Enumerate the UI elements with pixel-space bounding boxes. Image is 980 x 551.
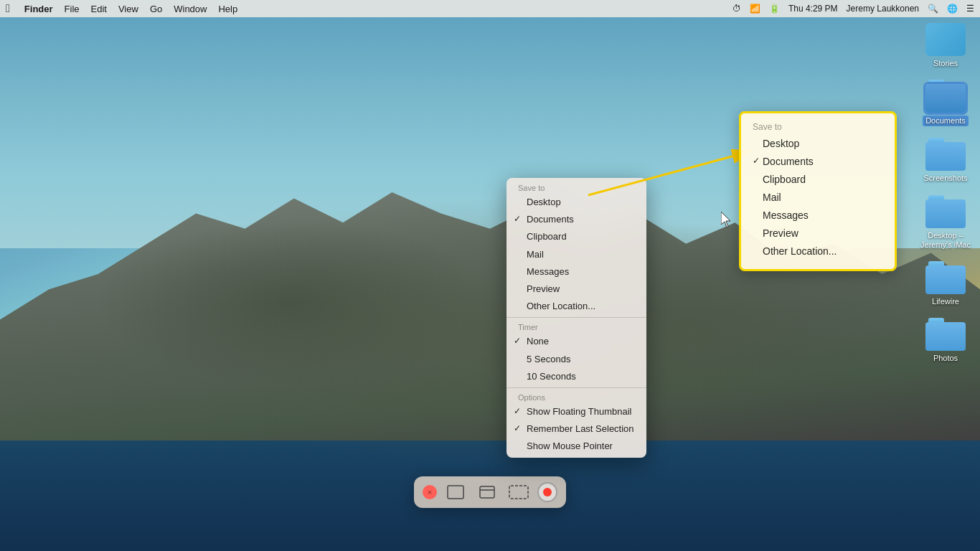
menu-separator-1 xyxy=(507,317,646,318)
menu-item-other-location[interactable]: Other Location... xyxy=(507,298,646,315)
screenshots-folder-icon xyxy=(925,138,966,171)
callout-save-to-label: Save to xyxy=(753,122,883,132)
svg-rect-3 xyxy=(509,486,528,499)
desktop-icon-desktop[interactable]: Desktop –Jeremy's iMac xyxy=(917,195,974,250)
menubar-left:  Finder File Edit View Go Window Help xyxy=(6,2,237,15)
wifi-icon[interactable]: 📶 xyxy=(750,4,760,14)
timer-section-label: Timer xyxy=(507,320,646,333)
menubar-right: ⏱ 📶 🔋 Thu 4:29 PM Jeremy Laukkonen 🔍 🌐 ☰ xyxy=(732,4,974,14)
menu-separator-2 xyxy=(507,387,646,388)
svg-rect-0 xyxy=(448,486,463,499)
selection-capture-button[interactable] xyxy=(506,482,532,502)
menu-item-none[interactable]: None xyxy=(507,333,646,350)
screenshots-label: Screenshots xyxy=(923,174,967,183)
desktop-icon-documents[interactable]: Documents xyxy=(917,80,974,126)
callout-item-other-location: Other Location... xyxy=(753,242,883,260)
spotlight-icon[interactable]: 🔍 xyxy=(928,4,938,14)
menubar-finder[interactable]: Finder xyxy=(24,4,53,14)
window-icon xyxy=(479,485,496,499)
fullscreen-capture-button[interactable] xyxy=(443,482,468,502)
options-section-label: Options xyxy=(507,390,646,403)
desktop-icon-screenshots[interactable]: Screenshots xyxy=(917,138,974,183)
menubar-window[interactable]: Window xyxy=(174,4,207,14)
desktop-folder-icon xyxy=(925,195,966,228)
menubar-file[interactable]: File xyxy=(65,4,80,14)
fullscreen-icon xyxy=(447,485,464,499)
battery-icon[interactable]: 🔋 xyxy=(769,4,780,14)
stories-icon xyxy=(925,23,966,56)
siri-icon[interactable]: 🌐 xyxy=(947,4,958,14)
menu-item-5sec[interactable]: 5 Seconds xyxy=(507,351,646,368)
desktop-icons-area: Stories Documents Screenshots Desktop xyxy=(917,23,974,363)
menu-item-show-pointer[interactable]: Show Mouse Pointer xyxy=(507,438,646,455)
menu-item-10sec[interactable]: 10 Seconds xyxy=(507,368,646,385)
menubar-edit[interactable]: Edit xyxy=(91,4,107,14)
menu-item-clipboard[interactable]: Clipboard xyxy=(507,228,646,245)
menubar-help[interactable]: Help xyxy=(218,4,237,14)
desktop:  Finder File Edit View Go Window Help ⏱… xyxy=(0,0,980,551)
menu-item-messages[interactable]: Messages xyxy=(507,263,646,281)
desktop-label: Desktop –Jeremy's iMac xyxy=(920,231,971,250)
desktop-icon-photos[interactable]: Photos xyxy=(917,318,974,363)
menubar:  Finder File Edit View Go Window Help ⏱… xyxy=(0,0,980,17)
record-button[interactable] xyxy=(537,482,557,502)
toolbar-close-button[interactable]: × xyxy=(423,485,437,499)
mountain-overlay xyxy=(0,0,980,551)
desktop-icon-stories[interactable]: Stories xyxy=(917,23,974,68)
photos-folder-icon xyxy=(925,318,966,351)
screenshot-dropdown-menu: Save to Desktop Documents Clipboard Mail… xyxy=(507,178,646,458)
callout-item-documents: Documents xyxy=(753,153,883,171)
time-machine-icon: ⏱ xyxy=(732,4,741,14)
menubar-go[interactable]: Go xyxy=(150,4,162,14)
clock: Thu 4:29 PM xyxy=(788,4,838,14)
record-dot-icon xyxy=(543,488,552,496)
lifewire-folder-icon xyxy=(925,261,966,294)
notification-icon[interactable]: ☰ xyxy=(966,4,974,14)
documents-folder-icon xyxy=(925,80,966,113)
save-to-section-label: Save to xyxy=(507,181,646,194)
callout-item-preview: Preview xyxy=(753,225,883,242)
window-capture-button[interactable] xyxy=(474,482,500,502)
callout-item-clipboard: Clipboard xyxy=(753,171,883,189)
menu-item-show-thumbnail[interactable]: Show Floating Thumbnail xyxy=(507,403,646,420)
svg-rect-1 xyxy=(480,486,494,498)
callout-item-desktop: Desktop xyxy=(753,135,883,153)
documents-label: Documents xyxy=(923,116,969,126)
callout-item-mail: Mail xyxy=(753,189,883,207)
close-icon: × xyxy=(428,488,432,496)
user-name: Jeremy Laukkonen xyxy=(847,4,919,14)
stories-label: Stories xyxy=(933,59,958,68)
callout-item-messages: Messages xyxy=(753,207,883,225)
menu-item-documents[interactable]: Documents xyxy=(507,211,646,228)
menu-item-preview[interactable]: Preview xyxy=(507,281,646,298)
selection-icon xyxy=(509,485,529,499)
menu-item-desktop[interactable]: Desktop xyxy=(507,194,646,211)
menu-item-mail[interactable]: Mail xyxy=(507,246,646,263)
callout-zoom-box: Save to Desktop Documents Clipboard Mail… xyxy=(739,111,897,271)
screenshot-toolbar: × xyxy=(414,476,566,508)
menu-item-remember-selection[interactable]: Remember Last Selection xyxy=(507,420,646,438)
desktop-icon-lifewire[interactable]: Lifewire xyxy=(917,261,974,306)
lifewire-label: Lifewire xyxy=(932,297,959,306)
apple-menu[interactable]:  xyxy=(6,2,10,15)
menubar-view[interactable]: View xyxy=(118,4,138,14)
photos-label: Photos xyxy=(933,354,958,363)
